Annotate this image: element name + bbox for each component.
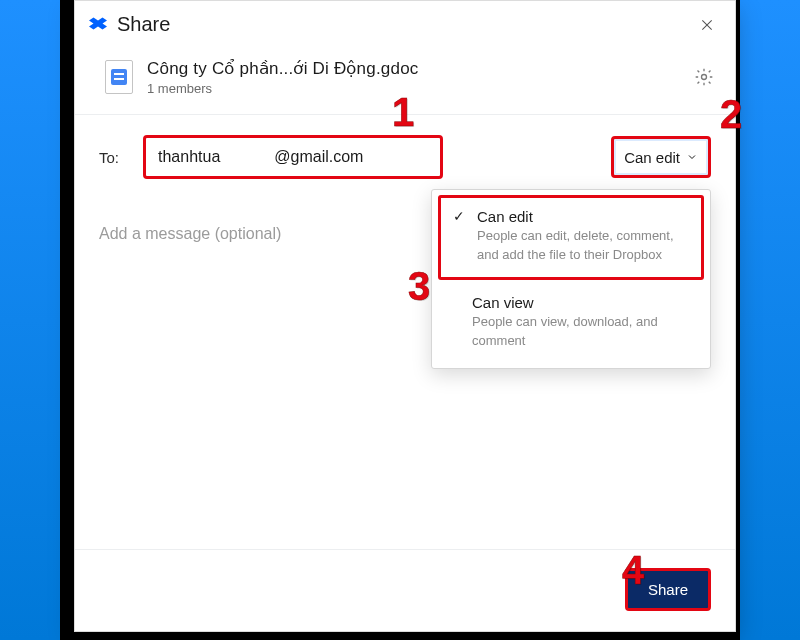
- share-button-wrap: Share: [625, 568, 711, 611]
- modal-title: Share: [117, 13, 697, 36]
- file-name: Công ty Cổ phần...ới Di Động.gdoc: [147, 58, 679, 79]
- share-button[interactable]: Share: [628, 571, 708, 608]
- to-label: To:: [99, 149, 127, 166]
- permission-menu: Can edit People can edit, delete, commen…: [431, 189, 711, 369]
- permission-option-can-view[interactable]: Can view People can view, download, and …: [436, 284, 706, 363]
- email-suffix: @gmail.com: [274, 148, 363, 165]
- close-button[interactable]: [697, 15, 717, 35]
- settings-button[interactable]: [693, 66, 715, 88]
- permission-selected-label: Can edit: [624, 149, 680, 166]
- permission-option-label: Can edit: [477, 208, 687, 225]
- permission-option-can-edit[interactable]: Can edit People can edit, delete, commen…: [438, 195, 704, 280]
- dropbox-icon: [89, 16, 107, 34]
- file-members: 1 members: [147, 81, 679, 96]
- permission-option-desc: People can view, download, and comment: [472, 313, 692, 351]
- svg-point-0: [702, 75, 707, 80]
- file-row: Công ty Cổ phần...ới Di Động.gdoc 1 memb…: [75, 48, 735, 114]
- gdoc-file-icon: [105, 60, 133, 94]
- permission-dropdown[interactable]: Can edit: [611, 136, 711, 178]
- permission-option-label: Can view: [472, 294, 692, 311]
- permission-option-desc: People can edit, delete, comment, and ad…: [477, 227, 687, 265]
- recipient-input[interactable]: thanhtua@gmail.com: [143, 135, 443, 179]
- modal-titlebar: Share: [75, 1, 735, 48]
- email-prefix: thanhtua: [158, 148, 220, 165]
- message-placeholder: Add a message (optional): [99, 225, 281, 242]
- share-modal: Share Công ty Cổ phần...ới Di Động.gdoc …: [74, 0, 736, 632]
- chevron-down-icon: [686, 151, 698, 163]
